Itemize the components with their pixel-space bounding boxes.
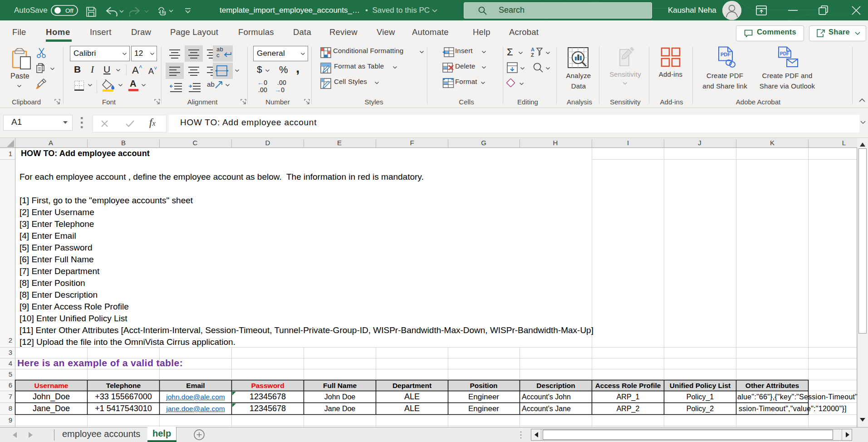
svg-text:PDF: PDF (721, 52, 731, 57)
svg-text:Off: Off (65, 7, 74, 14)
svg-text:Z: Z (531, 52, 534, 58)
svg-text:A: A (531, 47, 535, 52)
svg-text:PDF: PDF (780, 51, 789, 56)
